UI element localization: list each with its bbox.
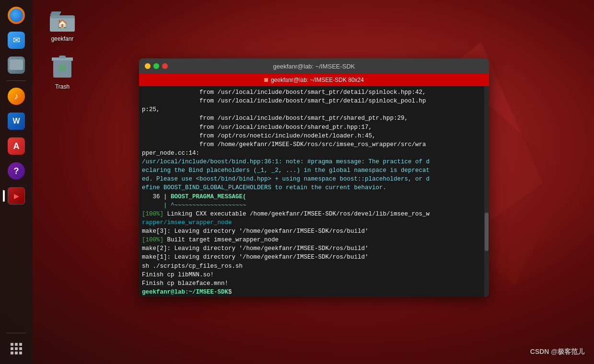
terminal-window: geekfanr@lab: ~/IMSEE-SDK geekfanr@lab: … <box>139 58 489 297</box>
files-icon <box>8 57 25 74</box>
terminal-line: from /usr/local/include/boost/smart_ptr/… <box>142 88 486 97</box>
grid-icon <box>8 340 25 357</box>
tab-indicator <box>264 78 268 82</box>
taskbar-item-files[interactable] <box>5 54 28 77</box>
terminal-line: from /home/geekfanr/IMSEE-SDK/ros/src/im… <box>142 140 486 149</box>
taskbar <box>0 0 33 364</box>
email-icon <box>8 32 25 49</box>
writer-icon <box>8 113 25 130</box>
terminal-line: sh ./scripts/cp_files_ros.sh <box>142 262 486 271</box>
terminal-line: from /usr/local/include/boost/smart_ptr/… <box>142 114 486 123</box>
terminal-line: Finish cp blazeface.mnn! <box>142 279 486 288</box>
terminal-line: rapper/imsee_wrapper_node <box>142 218 486 227</box>
desktop-icon-home[interactable]: 🏠 geekfanr <box>47 5 78 44</box>
appstore-icon <box>8 137 25 155</box>
terminal-line: 36 | BOOST_PRAGMA_MESSAGE( <box>142 193 486 201</box>
maximize-button[interactable] <box>153 63 159 69</box>
terminal-prompt: geekfanr@lab:~/IMSEE-SDK$ <box>142 288 486 296</box>
terminal-line: eclaring the Bind placeholders (_1, _2, … <box>142 166 486 175</box>
terminal-line: | ^~~~~~~~~~~~~~~~~~~~~ <box>142 201 486 210</box>
terminal-titlebar: geekfanr@lab: ~/IMSEE-SDK <box>139 58 489 74</box>
terminal-line: make[1]: Leaving directory '/home/geekfa… <box>142 253 486 262</box>
terminal-icon <box>8 187 25 205</box>
taskbar-separator-1 <box>7 80 26 81</box>
terminal-line: make[2]: Leaving directory '/home/geekfa… <box>142 244 486 253</box>
svg-text:♻: ♻ <box>58 63 67 73</box>
terminal-line: from /opt/ros/noetic/include/nodelet/loa… <box>142 132 486 140</box>
terminal-content[interactable]: from /usr/local/include/boost/smart_ptr/… <box>139 86 489 297</box>
taskbar-item-show-apps[interactable] <box>5 337 28 360</box>
terminal-title: geekfanr@lab: ~/IMSEE-SDK <box>174 63 454 70</box>
taskbar-item-appstore[interactable] <box>5 135 28 158</box>
trash-label: Trash <box>55 83 70 90</box>
taskbar-bottom <box>5 331 28 364</box>
svg-marker-2 <box>50 11 61 15</box>
home-folder-icon: 🏠 <box>49 7 76 34</box>
terminal-line: ed. Please use <boost/bind/bind.hpp> + u… <box>142 175 486 183</box>
taskbar-item-email[interactable] <box>5 29 28 52</box>
taskbar-item-terminal[interactable] <box>5 184 28 207</box>
terminal-scrollbar-thumb[interactable] <box>485 213 489 251</box>
terminal-tab-label: geekfanr@lab: ~/IMSEE-SDK 80x24 <box>271 77 364 83</box>
desktop-icon-trash[interactable]: ♻ Trash <box>47 53 78 92</box>
taskbar-item-music[interactable] <box>5 85 28 108</box>
terminal-line: make[3]: Leaving directory '/home/geekfa… <box>142 227 486 236</box>
terminal-line: from /usr/local/include/boost/shared_ptr… <box>142 123 486 132</box>
terminal-line: [100%] Linking CXX executable /home/geek… <box>142 210 486 218</box>
svg-rect-5 <box>59 56 66 58</box>
terminal-line: /usr/local/include/boost/bind.hpp:36:1: … <box>142 158 486 166</box>
taskbar-item-writer[interactable] <box>5 110 28 133</box>
firefox-icon <box>8 7 25 24</box>
terminal-line: efine BOOST_BIND_GLOBAL_PLACEHOLDERS to … <box>142 183 486 192</box>
minimize-button[interactable] <box>145 63 151 69</box>
help-icon <box>8 162 25 180</box>
terminal-line: pper_node.cc:14: <box>142 149 486 158</box>
taskbar-item-help[interactable] <box>5 159 28 182</box>
terminal-line: p:25, <box>142 105 486 114</box>
terminal-line: [100%] Built target imsee_wrapper_node <box>142 236 486 244</box>
terminal-line: Finish cp libMNN.so! <box>142 271 486 279</box>
close-button[interactable] <box>162 63 168 69</box>
home-folder-label: geekfanr <box>51 35 74 42</box>
csdn-watermark: CSDN @极客范儿 <box>530 348 584 356</box>
music-icon <box>8 88 25 105</box>
terminal-line: from /usr/local/include/boost/smart_ptr/… <box>142 97 486 105</box>
terminal-tab-bar: geekfanr@lab: ~/IMSEE-SDK 80x24 <box>139 74 489 86</box>
taskbar-separator-2 <box>7 333 26 333</box>
terminal-scrollbar[interactable] <box>484 86 489 297</box>
svg-text:🏠: 🏠 <box>57 19 68 29</box>
taskbar-item-firefox[interactable] <box>5 4 28 27</box>
trash-icon: ♻ <box>49 55 76 81</box>
